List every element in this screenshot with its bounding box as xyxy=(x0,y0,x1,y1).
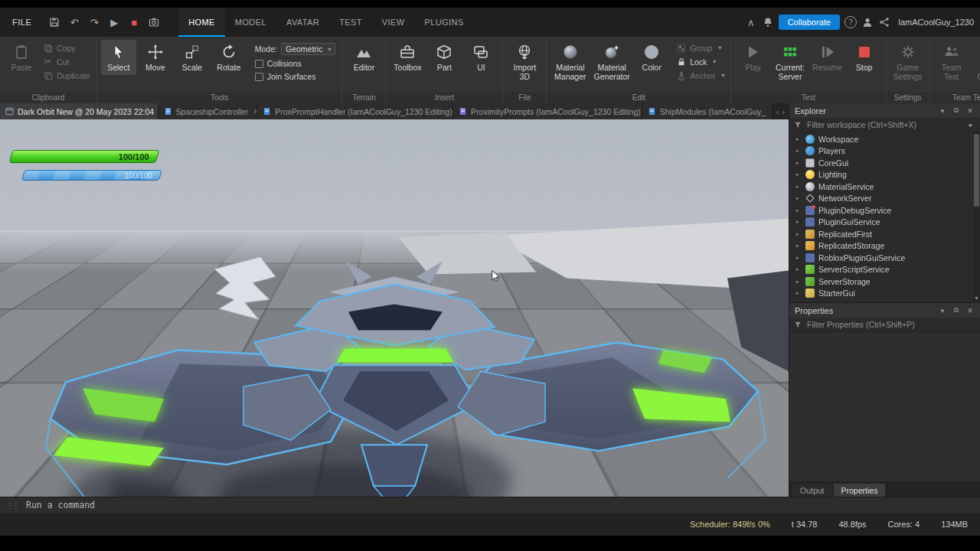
quick-stop-icon[interactable]: ■ xyxy=(128,16,140,28)
viewport-3d[interactable]: 100/100 100/100 xyxy=(0,119,789,497)
lock-dropdown-icon[interactable]: ▾ xyxy=(713,58,716,65)
username[interactable]: IamACoolGuy_1230 xyxy=(898,18,974,27)
doc-tab-game[interactable]: Dark Orbit New @ 20 May 2023 22:04 × xyxy=(0,103,158,119)
toolbox-button[interactable]: Toolbox xyxy=(390,40,425,75)
quick-play-icon[interactable]: ▶ xyxy=(108,16,120,28)
scrollbar-thumb[interactable] xyxy=(974,134,979,207)
duplicate-button[interactable]: Duplicate xyxy=(41,70,93,81)
expander-icon[interactable]: ▸ xyxy=(796,290,802,296)
anchor-dropdown-icon[interactable]: ▾ xyxy=(721,72,724,79)
expander-icon[interactable]: ▸ xyxy=(796,219,802,225)
move-tool-button[interactable]: Move xyxy=(138,40,173,75)
capture-icon[interactable] xyxy=(148,16,160,28)
doc-tab-spaceshipcontroller[interactable]: SpaceshipController × xyxy=(158,103,258,119)
stop-button[interactable]: Stop xyxy=(847,40,882,75)
command-input[interactable] xyxy=(24,499,974,511)
tree-item-serverscriptservice[interactable]: ▸ServerScriptService xyxy=(789,264,980,276)
expander-icon[interactable]: ▸ xyxy=(796,184,802,190)
scroll-down-icon[interactable]: ▼ xyxy=(973,295,980,302)
expander-icon[interactable]: ▸ xyxy=(796,148,802,154)
join-surfaces-checkbox[interactable]: Join Surfaces xyxy=(253,71,338,82)
drag-grip-icon[interactable]: ⋮⋮ xyxy=(6,501,18,510)
popout-icon[interactable]: ⧉ xyxy=(952,106,961,115)
expander-icon[interactable]: ▸ xyxy=(796,243,802,249)
part-button[interactable]: Part xyxy=(426,40,462,75)
tree-item-lighting[interactable]: ▸Lighting xyxy=(789,169,980,181)
tab-scroll-left-icon[interactable]: ‹ xyxy=(776,107,779,116)
cut-button[interactable]: ✂ Cut xyxy=(41,56,93,67)
select-tool-button[interactable]: Select xyxy=(101,40,136,75)
close-icon[interactable]: × xyxy=(965,305,975,316)
explorer-scrollbar[interactable]: ▼ xyxy=(973,132,980,302)
group-dropdown-icon[interactable]: ▾ xyxy=(718,44,721,51)
file-menu[interactable]: FILE xyxy=(6,18,38,27)
doc-tab-proxprompthandler[interactable]: ProxPromptHandler (IamACoolGuy_1230 Edit… xyxy=(257,103,453,119)
tree-item-plugindebugservice[interactable]: ▸PluginDebugService xyxy=(789,204,980,217)
material-manager-button[interactable]: Material Manager xyxy=(550,40,590,83)
undo-icon[interactable]: ↶ xyxy=(68,16,80,28)
team-test-button[interactable]: Team Test xyxy=(934,40,969,83)
lock-button[interactable]: Lock ▾ xyxy=(674,56,727,67)
expander-icon[interactable]: ▸ xyxy=(796,136,802,142)
tab-plugins[interactable]: PLUGINS xyxy=(415,8,474,37)
collapse-ribbon-icon[interactable]: ∧ xyxy=(745,16,757,28)
color-button[interactable]: Color xyxy=(634,40,669,75)
expander-icon[interactable]: ▸ xyxy=(796,195,802,201)
tab-home[interactable]: HOME xyxy=(178,8,225,37)
doc-tab-shipmodules[interactable]: ShipModules (IamACoolGuy_ × xyxy=(642,103,773,119)
play-button[interactable]: Play xyxy=(735,40,770,75)
tree-item-pluginguiservice[interactable]: ▸PluginGuiService xyxy=(789,217,980,229)
explorer-filter-input[interactable] xyxy=(805,119,962,130)
tab-scroll-right-icon[interactable]: › xyxy=(782,107,785,116)
tab-model[interactable]: MODEL xyxy=(225,8,276,37)
paste-button[interactable]: Paste xyxy=(4,40,39,75)
doc-tab-proximityprompts[interactable]: ProximityPrompts (IamACoolGuy_1230 Editi… xyxy=(453,103,642,119)
collaborate-button[interactable]: Collaborate xyxy=(779,15,840,30)
tree-item-robloxpluginguiservice[interactable]: ▸RobloxPluginGuiService xyxy=(789,252,980,264)
chevron-down-icon[interactable]: ▾ xyxy=(938,107,947,115)
share-icon[interactable] xyxy=(878,16,890,28)
expander-icon[interactable]: ▸ xyxy=(796,266,802,272)
scale-tool-button[interactable]: Scale xyxy=(175,40,210,75)
expander-icon[interactable]: ▸ xyxy=(796,160,802,166)
chevron-down-icon[interactable]: ▾ xyxy=(938,307,947,315)
tree-item-networkserver[interactable]: ▸NetworkServer xyxy=(789,193,980,205)
tree-item-startergui[interactable]: ▸StarterGui xyxy=(789,288,980,300)
material-generator-button[interactable]: Material Generator xyxy=(591,40,632,83)
ui-button[interactable]: UI xyxy=(463,40,498,75)
tab-properties[interactable]: Properties xyxy=(834,484,886,497)
expander-icon[interactable]: ▸ xyxy=(796,171,802,178)
tab-output[interactable]: Output xyxy=(792,484,832,497)
tree-item-materialservice[interactable]: ▸MaterialService xyxy=(789,181,980,193)
expander-icon[interactable]: ▸ xyxy=(796,207,802,214)
chevron-right-icon[interactable]: ▸ xyxy=(966,121,975,129)
copy-button[interactable]: Copy xyxy=(41,42,93,54)
redo-icon[interactable]: ↷ xyxy=(88,16,100,28)
terrain-editor-button[interactable]: Editor xyxy=(346,40,381,75)
current-server-button[interactable]: Current: Server xyxy=(772,40,808,83)
tree-item-coregui[interactable]: ▸CoreGui xyxy=(789,157,980,169)
expander-icon[interactable]: ▸ xyxy=(796,255,802,261)
tree-item-serverstorage[interactable]: ▸ServerStorage xyxy=(789,276,980,288)
game-settings-button[interactable]: Game Settings xyxy=(890,40,926,83)
mode-dropdown[interactable]: Geometric ▾ xyxy=(281,43,335,55)
import-3d-button[interactable]: Import 3D xyxy=(507,40,542,83)
account-icon[interactable] xyxy=(861,16,874,28)
tree-item-replicatedfirst[interactable]: ▸ReplicatedFirst xyxy=(789,228,980,240)
help-icon[interactable]: ? xyxy=(844,16,857,28)
popout-icon[interactable]: ⧉ xyxy=(952,306,961,315)
tree-item-workspace[interactable]: ▸Workspace xyxy=(789,133,980,145)
rotate-tool-button[interactable]: Rotate xyxy=(211,40,247,75)
close-icon[interactable]: × xyxy=(965,106,975,116)
properties-filter-input[interactable] xyxy=(805,319,975,330)
anchor-button[interactable]: Anchor ▾ xyxy=(674,70,727,81)
expander-icon[interactable]: ▸ xyxy=(796,279,802,285)
expander-icon[interactable]: ▸ xyxy=(796,231,802,237)
exit-game-button[interactable]: Exit Game xyxy=(971,40,980,83)
resume-button[interactable]: Resume xyxy=(810,40,845,75)
collisions-checkbox[interactable]: Collisions xyxy=(253,58,338,69)
notifications-icon[interactable] xyxy=(762,16,774,28)
tree-item-players[interactable]: ▸Players xyxy=(789,145,980,158)
tab-view[interactable]: VIEW xyxy=(372,8,415,37)
group-button[interactable]: Group ▾ xyxy=(674,42,727,54)
